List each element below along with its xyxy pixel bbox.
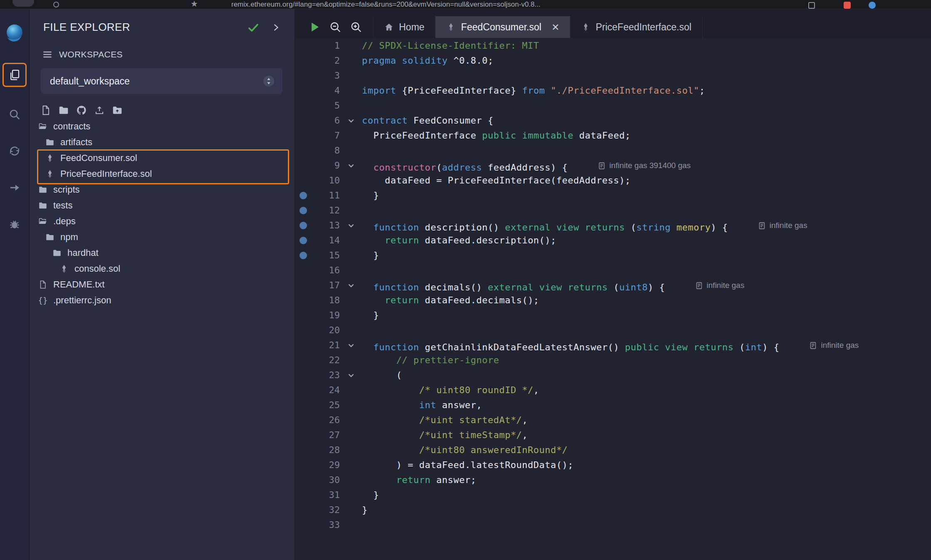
address-bar[interactable]: remix.ethereum.org/#lang=en&optimize=fal… — [231, 0, 540, 9]
shield-extension-icon[interactable] — [844, 2, 851, 9]
fold-chevron-icon[interactable] — [340, 368, 362, 383]
code-line-32[interactable]: 32} — [295, 503, 931, 518]
gutter-dot-empty[interactable] — [295, 53, 310, 68]
close-tab-icon[interactable]: × — [552, 21, 559, 33]
gutter-dot-empty[interactable] — [295, 458, 310, 473]
workspace-select[interactable]: default_workspace — [41, 68, 282, 94]
gutter-dot-empty[interactable] — [295, 353, 310, 368]
reading-list-icon[interactable] — [808, 2, 815, 9]
fold-chevron-icon[interactable] — [340, 113, 362, 128]
gutter-dot-empty[interactable] — [295, 443, 310, 458]
deploy-run-activity-icon[interactable] — [5, 178, 24, 197]
code-line-20[interactable]: 20 — [295, 323, 931, 338]
gutter-dot-empty[interactable] — [295, 428, 310, 443]
code-line-21[interactable]: 21 function getChainlinkDataFeedLatestAn… — [295, 338, 931, 353]
solidity-compiler-activity-icon[interactable] — [5, 142, 24, 160]
gutter-dot-empty[interactable] — [295, 383, 310, 398]
code-line-22[interactable]: 22 // prettier-ignore — [295, 353, 931, 368]
tree-item-console-sol[interactable]: console.sol — [30, 261, 295, 277]
gutter-dot[interactable] — [295, 248, 310, 263]
zoom-in-button[interactable] — [350, 21, 362, 33]
run-script-button[interactable] — [308, 21, 321, 33]
zoom-out-button[interactable] — [329, 21, 342, 33]
gutter-dot-empty[interactable] — [295, 128, 310, 143]
code-line-3[interactable]: 3 — [295, 68, 931, 83]
gutter-dot-empty[interactable] — [295, 323, 310, 338]
new-file-icon[interactable] — [40, 105, 51, 116]
code-line-13[interactable]: 13 function description() external view … — [295, 218, 931, 233]
code-line-31[interactable]: 31 } — [295, 488, 931, 503]
fold-chevron-icon[interactable] — [340, 278, 362, 293]
code-line-10[interactable]: 10 dataFeed = PriceFeedInterface(feedAdd… — [295, 173, 931, 188]
tab-pricefeedinterface-sol[interactable]: PriceFeedInterface.sol — [570, 16, 703, 38]
code-line-19[interactable]: 19 } — [295, 308, 931, 323]
code-line-23[interactable]: 23 ( — [295, 368, 931, 383]
gutter-dot-empty[interactable] — [295, 173, 310, 188]
code-line-27[interactable]: 27 /*uint timeStamp*/, — [295, 428, 931, 443]
code-line-2[interactable]: 2pragma solidity ^0.8.0; — [295, 53, 931, 68]
check-icon[interactable] — [247, 21, 260, 34]
chevron-right-icon[interactable] — [271, 23, 280, 32]
tree-item-deps[interactable]: .deps — [30, 213, 295, 229]
file-explorer-activity-icon[interactable] — [2, 63, 27, 87]
upload-folder-icon[interactable] — [112, 105, 123, 116]
gutter-dot[interactable] — [295, 203, 310, 218]
fold-chevron-icon[interactable] — [340, 338, 362, 353]
code-line-28[interactable]: 28 /*uint80 answeredInRound*/ — [295, 443, 931, 458]
code-line-16[interactable]: 16 — [295, 263, 931, 278]
tree-item-pricefeedinterface-sol[interactable]: PriceFeedInterface.sol — [30, 166, 295, 182]
code-line-15[interactable]: 15 } — [295, 248, 931, 263]
code-line-25[interactable]: 25 int answer, — [295, 398, 931, 413]
code-line-4[interactable]: 4import {PriceFeedInterface} from "./Pri… — [295, 83, 931, 98]
code-line-11[interactable]: 11 } — [295, 188, 931, 203]
gutter-dot-empty[interactable] — [295, 398, 310, 413]
gutter-dot[interactable] — [295, 233, 310, 248]
gutter-dot[interactable] — [295, 218, 310, 233]
tree-item-readme-txt[interactable]: README.txt — [30, 277, 295, 292]
gutter-dot-empty[interactable] — [295, 518, 310, 533]
code-line-5[interactable]: 5 — [295, 98, 931, 113]
tree-item-hardhat[interactable]: hardhat — [30, 245, 295, 261]
tree-item-npm[interactable]: npm — [30, 229, 295, 245]
debugger-activity-icon[interactable] — [5, 215, 24, 233]
fold-chevron-icon[interactable] — [340, 158, 362, 173]
code-line-6[interactable]: 6contract FeedConsumer { — [295, 113, 931, 128]
gutter-dot-empty[interactable] — [295, 158, 310, 173]
code-line-18[interactable]: 18 return dataFeed.decimals(); — [295, 293, 931, 308]
code-line-14[interactable]: 14 return dataFeed.description(); — [295, 233, 931, 248]
code-line-8[interactable]: 8 — [295, 143, 931, 158]
tab-feedconsumer-sol[interactable]: FeedConsumer.sol× — [436, 16, 570, 38]
gutter-dot-empty[interactable] — [295, 338, 310, 353]
fold-chevron-icon[interactable] — [340, 218, 362, 233]
code-line-1[interactable]: 1// SPDX-License-Identifier: MIT — [295, 38, 931, 53]
gutter-dot-empty[interactable] — [295, 413, 310, 428]
gutter-dot-empty[interactable] — [295, 263, 310, 278]
tab-home[interactable]: Home — [373, 16, 436, 38]
code-line-9[interactable]: 9 constructor(address feedAddress) {infi… — [295, 158, 931, 173]
tree-item-feedconsumer-sol[interactable]: FeedConsumer.sol — [30, 150, 295, 166]
tree-item-artifacts[interactable]: artifacts — [30, 134, 295, 150]
code-line-17[interactable]: 17 function decimals() external view ret… — [295, 278, 931, 293]
code-line-30[interactable]: 30 return answer; — [295, 473, 931, 488]
gutter-dot-empty[interactable] — [295, 38, 310, 53]
browser-tab-pill[interactable] — [12, 0, 34, 7]
gutter-dot-empty[interactable] — [295, 368, 310, 383]
gutter-dot-empty[interactable] — [295, 488, 310, 503]
remix-logo[interactable] — [4, 23, 25, 45]
profile-extension-icon[interactable] — [869, 2, 876, 9]
new-folder-icon[interactable] — [58, 105, 69, 116]
gutter-dot-empty[interactable] — [295, 293, 310, 308]
code-line-12[interactable]: 12 — [295, 203, 931, 218]
upload-file-icon[interactable] — [94, 105, 105, 116]
gutter-dot-empty[interactable] — [295, 503, 310, 518]
tree-item-contracts[interactable]: contracts — [30, 119, 295, 134]
github-icon[interactable] — [76, 105, 87, 116]
tree-item-scripts[interactable]: scripts — [30, 182, 295, 198]
code-line-7[interactable]: 7 PriceFeedInterface public immutable da… — [295, 128, 931, 143]
code-line-24[interactable]: 24 /* uint80 roundID */, — [295, 383, 931, 398]
gutter-dot-empty[interactable] — [295, 68, 310, 83]
extensions-icon[interactable] — [53, 2, 59, 7]
gutter-dot-empty[interactable] — [295, 308, 310, 323]
tree-item-prettierrc-json[interactable]: {}.prettierrc.json — [30, 292, 295, 308]
code-lines[interactable]: 1// SPDX-License-Identifier: MIT2pragma … — [295, 38, 931, 560]
